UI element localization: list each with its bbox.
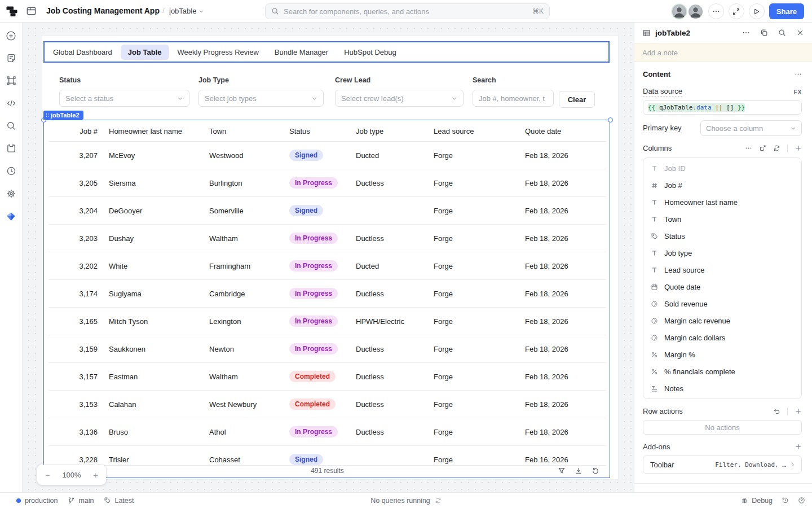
table-row[interactable]: 3,174 Sugiyama Cambridge In Progress Duc… [48, 280, 606, 308]
search-shortcut: ⌘K [532, 7, 544, 15]
columns-more-button[interactable] [745, 144, 752, 152]
column-list-item-job-id[interactable]: Job ID [643, 160, 801, 177]
tab[interactable]: Global Dashboard [46, 45, 120, 60]
history-button[interactable] [0, 160, 23, 182]
expand-button[interactable] [729, 3, 744, 19]
search-button[interactable] [0, 115, 23, 137]
table-row[interactable]: 3,165 Mitch Tyson Lexington In Progress … [48, 308, 606, 335]
help-button[interactable] [798, 497, 805, 504]
sync-icon[interactable] [435, 497, 442, 504]
avatar[interactable] [672, 5, 686, 19]
column-list-item-lead-source[interactable]: Lead source [643, 261, 801, 278]
status-badge: Signed [289, 205, 323, 216]
chevron-down-icon [790, 125, 796, 132]
column-header[interactable]: Status [289, 127, 356, 135]
column-header[interactable]: Quote date [525, 127, 606, 135]
duplicate-button[interactable] [760, 29, 768, 37]
close-inspector-button[interactable] [796, 29, 804, 37]
column-list-item-margin-[interactable]: Margin % [643, 346, 801, 363]
toggle-panel-icon[interactable] [26, 6, 37, 17]
column-list-item-homeowner-last-name[interactable]: Homeowner last name [643, 194, 801, 211]
assistant-button[interactable] [0, 205, 23, 227]
crew-lead-select[interactable]: Select crew lead(s) [335, 90, 464, 107]
content-more-button[interactable] [795, 71, 802, 78]
add-component-button[interactable] [0, 24, 23, 47]
more-options-button[interactable] [708, 3, 724, 19]
table-row[interactable]: 3,136 Bruso Athol In Progress Ductless F… [48, 418, 606, 446]
status-select[interactable]: Select a status [59, 90, 189, 107]
results-count: 491 results [48, 467, 606, 475]
column-list-item-sold-revenue[interactable]: Sold revenue [643, 295, 801, 312]
add-addon-button[interactable] [795, 443, 802, 450]
toolbar-addon[interactable]: Toolbar Filter, Download, … [643, 456, 802, 474]
column-header[interactable]: Town [209, 127, 289, 135]
history-button[interactable] [782, 497, 789, 504]
column-list-item-status[interactable]: Status [643, 227, 801, 244]
editor-canvas[interactable]: Global DashboardJob TableWeekly Progress… [23, 23, 634, 492]
table-row[interactable]: 3,153 Calahan West Newbury Completed Duc… [48, 391, 606, 418]
data-source-label: Data source [643, 87, 682, 97]
column-list-item-town[interactable]: Town [643, 211, 801, 227]
column-header[interactable]: Homeowner last name [109, 127, 209, 135]
resize-handle[interactable] [608, 117, 613, 122]
table-row[interactable]: 3,159 Saukkonen Newton In Progress Ductl… [48, 335, 606, 363]
filter-icon[interactable] [558, 467, 566, 475]
column-list-item-quote-date[interactable]: Quote date [643, 278, 801, 295]
table-row[interactable]: 3,207 McEvoy Westwood Signed Ducted Forg… [48, 142, 606, 169]
tab[interactable]: Weekly Progress Review [170, 45, 266, 60]
inspector-search-button[interactable] [778, 29, 786, 37]
column-list-item-notes[interactable]: Notes [643, 380, 801, 397]
share-button[interactable]: Share [769, 3, 804, 19]
settings-button[interactable] [0, 182, 23, 205]
column-header[interactable]: Job # [48, 127, 109, 135]
page-selector[interactable]: jobTable [169, 7, 204, 15]
add-column-button[interactable] [795, 144, 802, 152]
column-header[interactable]: Job type [356, 127, 434, 135]
column-list-item--financials-complete[interactable]: % financials complete [643, 363, 801, 380]
components-button[interactable] [0, 69, 23, 92]
app-title: Job Costing Management App [46, 6, 160, 15]
selection-tag[interactable]: jobTable2 [43, 111, 83, 120]
zoom-out-button[interactable]: − [45, 470, 50, 480]
chevron-down-icon [311, 95, 317, 102]
zoom-level[interactable]: 100% [62, 471, 81, 479]
clear-filters-button[interactable]: Clear [559, 91, 595, 108]
tab[interactable]: Job Table [121, 45, 169, 60]
table-row[interactable]: 3,157 Eastman Waltham Completed Ductless… [48, 363, 606, 391]
fx-toggle[interactable]: FX [794, 89, 802, 95]
avatar[interactable] [689, 5, 703, 19]
table-row[interactable]: 3,228 Trisler Cohasset Signed Forge Feb … [48, 446, 606, 465]
zoom-in-button[interactable]: + [93, 470, 98, 480]
table-selection: Job # Homeowner last name Town Status Jo… [43, 120, 610, 478]
tab[interactable]: HubSpot Debug [337, 45, 404, 60]
column-header[interactable]: Lead source [434, 127, 525, 135]
pages-button[interactable] [0, 47, 23, 69]
toolbox-button[interactable] [0, 137, 23, 160]
table-row[interactable]: 3,204 DeGooyer Somerville Signed Forge F… [48, 197, 606, 225]
undo-icon[interactable] [773, 408, 780, 415]
debug-button[interactable]: Debug [741, 497, 773, 505]
table-row[interactable]: 3,203 Dushay Waltham In Progress Ductles… [48, 225, 606, 252]
primary-key-select[interactable]: Choose a column [700, 120, 802, 136]
table-row[interactable]: 3,205 Siersma Burlington In Progress Duc… [48, 169, 606, 197]
global-search-input[interactable]: Search for components, queries, and acti… [265, 3, 550, 19]
column-list-item-margin-calc-dollars[interactable]: Margin calc dollars [643, 329, 801, 346]
toolbar-value: Filter, Download, … [715, 461, 786, 468]
download-icon[interactable] [575, 467, 582, 475]
search-text-input[interactable]: Job #, homeowner, t [473, 90, 554, 107]
column-list-item-job-[interactable]: Job # [643, 177, 801, 194]
column-list-item-job-type[interactable]: Job type [643, 244, 801, 261]
sync-columns-icon[interactable] [773, 144, 780, 152]
code-button[interactable] [0, 92, 23, 115]
preview-button[interactable] [749, 3, 765, 19]
data-source-expression[interactable]: {{ qJobTable.data || [] }} [643, 100, 802, 115]
popout-icon[interactable] [759, 144, 766, 152]
add-note-input[interactable]: Add a note [634, 43, 812, 62]
add-row-action-button[interactable] [795, 408, 802, 415]
column-list-item-margin-calc-revenue[interactable]: Margin calc revenue [643, 312, 801, 329]
refresh-icon[interactable] [592, 467, 599, 475]
job-type-select[interactable]: Select job types [198, 90, 324, 107]
inspector-more-button[interactable] [742, 29, 750, 37]
table-row[interactable]: 3,202 White Framingham In Progress Ducte… [48, 252, 606, 280]
tab[interactable]: Bundle Manager [267, 45, 336, 60]
